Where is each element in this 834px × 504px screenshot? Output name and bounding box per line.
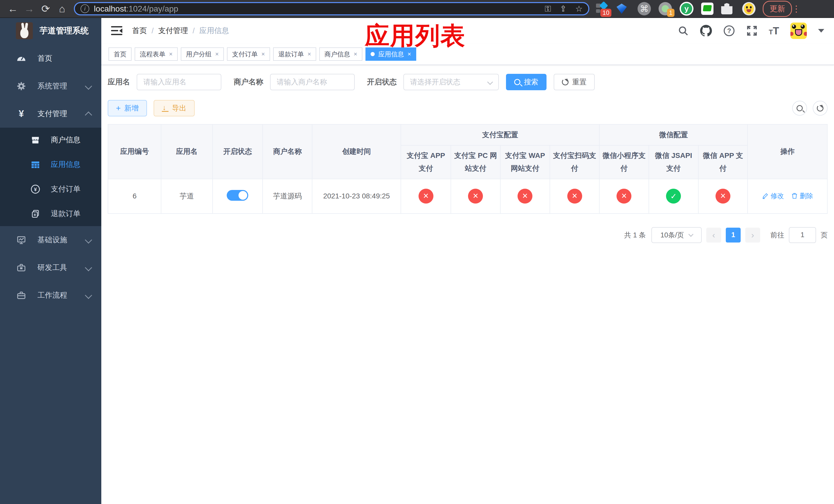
browser-update-button[interactable]: 更新	[763, 1, 792, 17]
svg-text:?: ?	[727, 27, 731, 35]
github-icon[interactable]	[700, 25, 712, 37]
search-form: 应用名 商户名称 开启状态 请选择开启状态 搜索 重置	[108, 74, 828, 90]
tab-pay-orders[interactable]: 支付订单×	[227, 47, 270, 61]
sidebar-item-dev-tools[interactable]: 研发工具	[0, 254, 101, 281]
close-icon[interactable]: ×	[169, 50, 173, 58]
close-icon[interactable]: ×	[307, 50, 311, 58]
tab-user-group[interactable]: 用户分组×	[181, 47, 224, 61]
profile-avatar[interactable]	[742, 2, 755, 15]
fullscreen-icon[interactable]	[746, 25, 758, 37]
wechat-lite-status-off-icon	[616, 189, 631, 204]
cell-merchant: 芋道源码	[263, 179, 312, 213]
extension-command-icon[interactable]: ⌘	[638, 2, 651, 15]
tab-process-form[interactable]: 流程表单×	[135, 47, 178, 61]
alipay-pc-status-off-icon	[468, 189, 483, 204]
cell-actions: 修改 删除	[748, 179, 827, 213]
navbar: 首页 / 支付管理 / 应用信息 ? TT	[101, 18, 834, 44]
extension-raycast-icon[interactable]: 10	[595, 2, 609, 15]
sidebar-item-merchant-info[interactable]: 商户信息	[0, 128, 101, 152]
goto-page-input[interactable]	[789, 227, 816, 243]
search-icon[interactable]	[678, 25, 689, 37]
address-bar[interactable]: i localhost:1024/pay/app ⚿ ⇪ ☆	[74, 2, 589, 15]
password-key-icon[interactable]: ⚿	[545, 4, 551, 14]
forward-icon[interactable]: →	[21, 0, 38, 17]
site-info-icon[interactable]: i	[81, 4, 89, 13]
extension-wechat-icon[interactable]	[701, 3, 714, 15]
collapse-sidebar-icon[interactable]	[111, 26, 122, 36]
extension-recorder-icon[interactable]: 1	[659, 2, 672, 15]
sidebar-item-label: 商户信息	[51, 135, 81, 145]
app-title: 芋道管理系统	[40, 25, 89, 37]
avatar-caret-icon[interactable]	[818, 29, 824, 32]
trash-icon	[791, 192, 798, 199]
sidebar-item-label: 工作流程	[38, 290, 67, 300]
font-size-icon[interactable]: TT	[769, 26, 779, 36]
col-alipay-qr: 支付宝扫码支付	[550, 145, 599, 179]
edit-link[interactable]: 修改	[762, 191, 784, 201]
extension-gem-icon[interactable]	[616, 2, 630, 15]
tab-merchant-info[interactable]: 商户信息×	[319, 47, 363, 61]
browser-menu-icon[interactable]: ⋮	[792, 4, 801, 14]
breadcrumb-payment[interactable]: 支付管理	[158, 26, 188, 36]
sidebar-item-label: 系统管理	[38, 81, 67, 91]
bookmark-star-icon[interactable]: ☆	[575, 4, 583, 14]
sidebar-item-home[interactable]: 首页	[0, 45, 101, 72]
plus-icon: +	[116, 104, 121, 112]
reload-icon[interactable]: ⟳	[38, 0, 54, 17]
extension-yuque-icon[interactable]: y	[680, 2, 694, 16]
user-avatar[interactable]	[790, 23, 807, 39]
merchant-name-input[interactable]	[270, 74, 355, 90]
tags-view: 首页 流程表单× 用户分组× 支付订单× 退款订单× 商户信息× 应用信息×	[101, 44, 834, 65]
sidebar-item-infrastructure[interactable]: 基础设施	[0, 226, 101, 254]
home-icon[interactable]: ⌂	[54, 0, 70, 17]
refresh-table-button[interactable]	[813, 101, 828, 116]
logo-rabbit-image	[16, 22, 33, 39]
delete-link[interactable]: 删除	[791, 191, 813, 201]
export-button[interactable]: 导出	[154, 100, 195, 116]
breadcrumb-home[interactable]: 首页	[132, 26, 147, 36]
prev-page-button[interactable]: ‹	[706, 228, 721, 243]
sidebar-item-system[interactable]: 系统管理	[0, 72, 101, 100]
back-icon[interactable]: ←	[5, 0, 21, 17]
page-1-button[interactable]: 1	[726, 228, 741, 243]
status-select[interactable]: 请选择开启状态	[403, 74, 499, 90]
close-icon[interactable]: ×	[261, 50, 265, 58]
reset-button[interactable]: 重置	[554, 74, 595, 90]
sidebar: 芋道管理系统 首页 系统管理 ¥ 支付管理	[0, 18, 101, 504]
col-actions: 操作	[748, 124, 827, 179]
add-button[interactable]: + 新增	[108, 100, 147, 116]
dashboard-icon	[16, 53, 27, 64]
app-name-input[interactable]	[137, 74, 221, 90]
sidebar-item-workflow[interactable]: 工作流程	[0, 281, 101, 309]
search-button[interactable]: 搜索	[506, 74, 547, 90]
share-icon[interactable]: ⇪	[560, 4, 567, 14]
table-toolbar: + 新增 导出	[108, 100, 828, 116]
url-text[interactable]: localhost:1024/pay/app	[94, 4, 178, 14]
enabled-toggle[interactable]	[227, 190, 248, 201]
breadcrumb-separator: /	[193, 27, 195, 35]
tab-home[interactable]: 首页	[109, 47, 132, 61]
page-size-select[interactable]: 10条/页	[652, 227, 702, 243]
chevron-down-icon	[85, 83, 92, 90]
sidebar-item-refund-orders[interactable]: 退款订单	[0, 202, 101, 226]
extension-badge: 10	[600, 9, 611, 17]
sidebar-item-app-info[interactable]: 应用信息	[0, 152, 101, 177]
extensions-puzzle-icon[interactable]	[721, 2, 734, 15]
close-icon[interactable]: ×	[354, 50, 357, 58]
pagination: 共 1 条 10条/页 ‹ 1 › 前往 页	[108, 227, 828, 243]
tab-refund-orders[interactable]: 退款订单×	[273, 47, 316, 61]
sidebar-logo[interactable]: 芋道管理系统	[0, 18, 101, 44]
app-table: 应用编号 应用名 开启状态 商户名称 创建时间 支付宝配置 微信配置 操作 支付…	[108, 124, 828, 214]
sidebar-item-payment[interactable]: ¥ 支付管理	[0, 100, 101, 128]
svg-text:¥: ¥	[34, 186, 37, 192]
toggle-search-button[interactable]	[792, 101, 807, 116]
status-label: 开启状态	[367, 77, 397, 87]
group-alipay: 支付宝配置	[401, 124, 599, 145]
help-icon[interactable]: ?	[723, 25, 735, 37]
next-page-button[interactable]: ›	[745, 228, 760, 243]
sidebar-item-pay-orders[interactable]: ¥ 支付订单	[0, 177, 101, 202]
close-icon[interactable]: ×	[215, 50, 219, 58]
payment-submenu: 商户信息 应用信息 ¥ 支付订单	[0, 128, 101, 226]
sidebar-item-label: 应用信息	[51, 159, 81, 170]
search-icon	[514, 79, 520, 85]
